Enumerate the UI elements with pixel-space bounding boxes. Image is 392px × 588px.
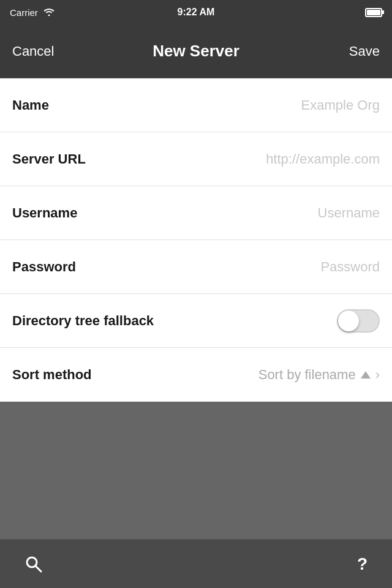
server-url-input[interactable] — [159, 151, 380, 167]
status-time: 9:22 AM — [178, 7, 215, 18]
sort-method-label: Sort method — [12, 367, 92, 383]
battery-icon — [365, 8, 382, 17]
help-button[interactable]: ? — [357, 554, 368, 574]
server-url-label: Server URL — [12, 151, 86, 167]
sort-method-text: Sort by filename — [258, 367, 356, 383]
directory-fallback-row: Directory tree fallback — [0, 294, 392, 348]
directory-fallback-label: Directory tree fallback — [12, 313, 154, 329]
status-bar: Carrier 9:22 AM — [0, 0, 392, 24]
username-row: Username — [0, 186, 392, 240]
password-input[interactable] — [159, 259, 380, 275]
form-container: Name Server URL Username Password Direct… — [0, 78, 392, 402]
password-label: Password — [12, 259, 76, 275]
sort-method-value: Sort by filename › — [258, 367, 380, 383]
toggle-thumb — [338, 311, 359, 331]
name-row: Name — [0, 78, 392, 132]
server-url-row: Server URL — [0, 132, 392, 186]
svg-point-0 — [48, 14, 50, 16]
svg-line-2 — [36, 566, 41, 571]
sort-method-row[interactable]: Sort method Sort by filename › — [0, 348, 392, 402]
directory-fallback-toggle[interactable] — [337, 309, 380, 333]
nav-title: New Server — [153, 42, 239, 61]
sort-ascending-icon — [361, 371, 371, 379]
status-left: Carrier — [10, 7, 55, 18]
username-label: Username — [12, 205, 77, 221]
help-icon: ? — [357, 554, 368, 574]
cancel-button[interactable]: Cancel — [12, 37, 54, 66]
bottom-toolbar: ? — [0, 539, 392, 588]
nav-bar: Cancel New Server Save — [0, 24, 392, 78]
name-label: Name — [12, 97, 49, 113]
username-input[interactable] — [159, 205, 380, 221]
carrier-label: Carrier — [10, 7, 38, 18]
chevron-right-icon: › — [375, 367, 380, 383]
search-button[interactable] — [24, 555, 43, 573]
toggle-container — [337, 309, 380, 333]
name-input[interactable] — [159, 97, 380, 113]
status-right — [365, 8, 382, 17]
wifi-icon — [43, 7, 55, 18]
search-icon — [24, 555, 43, 573]
save-button[interactable]: Save — [349, 37, 380, 66]
password-row: Password — [0, 240, 392, 294]
